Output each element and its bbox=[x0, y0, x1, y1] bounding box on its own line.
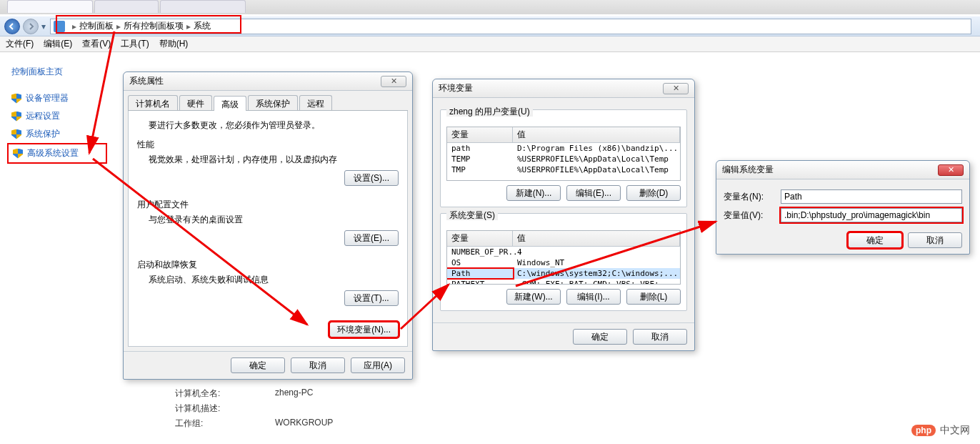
tab-advanced[interactable]: 高级 bbox=[214, 96, 246, 111]
dialog-titlebar: 环境变量 ✕ bbox=[433, 79, 694, 98]
crumb-1[interactable]: 控制面板 bbox=[79, 20, 114, 32]
sidebar-item-advanced[interactable]: 高级系统设置 bbox=[7, 143, 107, 164]
crumb-3[interactable]: 系统 bbox=[194, 20, 211, 32]
cancel-button[interactable]: 取消 bbox=[291, 357, 345, 373]
tab-computer-name[interactable]: 计算机名 bbox=[128, 95, 178, 110]
var-value: %USERPROFILE%\AppData\Local\Temp bbox=[513, 154, 680, 164]
startup-settings-button[interactable]: 设置(T)... bbox=[344, 290, 399, 306]
sidebar-item-remote[interactable]: 远程设置 bbox=[7, 107, 107, 125]
hostname-value: zheng-PC bbox=[275, 388, 313, 400]
profile-desc: 与您登录有关的桌面设置 bbox=[149, 214, 399, 226]
var-value: C:\windows\system32;C:\windows;... bbox=[513, 269, 680, 278]
menu-help[interactable]: 帮助(H) bbox=[159, 38, 189, 50]
sys-vars-group: 系统变量(S) 变量 值 NUMBER_OF_PR...4 OSWindows_… bbox=[440, 213, 687, 311]
apply-button[interactable]: 应用(A) bbox=[351, 357, 405, 373]
startup-desc: 系统启动、系统失败和调试信息 bbox=[149, 274, 399, 286]
sidebar: 控制面板主页 设备管理器 远程设置 系统保护 高级系统设置 bbox=[7, 63, 107, 164]
shield-icon bbox=[13, 149, 23, 159]
sidebar-item-label: 远程设置 bbox=[26, 110, 60, 122]
watermark-badge: php bbox=[911, 425, 936, 436]
menu-file[interactable]: 文件(F) bbox=[6, 38, 34, 50]
cancel-button[interactable]: 取消 bbox=[908, 232, 962, 248]
close-button[interactable]: ✕ bbox=[381, 76, 406, 87]
breadcrumb[interactable]: ▸ 控制面板 ▸ 所有控制面板项 ▸ 系统 bbox=[50, 19, 971, 34]
var-value: %USERPROFILE%\AppData\Local\Temp bbox=[513, 165, 680, 174]
cancel-button[interactable]: 取消 bbox=[633, 329, 687, 345]
shield-icon bbox=[11, 129, 21, 139]
chevron-right-icon: ▸ bbox=[186, 21, 191, 31]
startup-label: 启动和故障恢复 bbox=[137, 259, 399, 271]
col-var[interactable]: 变量 bbox=[447, 127, 513, 142]
col-val[interactable]: 值 bbox=[513, 127, 680, 142]
sidebar-item-label: 高级系统设置 bbox=[27, 147, 79, 159]
perf-settings-button[interactable]: 设置(S)... bbox=[344, 170, 399, 186]
sidebar-title: 控制面板主页 bbox=[7, 63, 107, 81]
chevron-right-icon: ▸ bbox=[116, 21, 121, 31]
env-variables-dialog: 环境变量 ✕ zheng 的用户变量(U) 变量 值 pathD:\Progra… bbox=[432, 79, 695, 351]
shield-icon bbox=[11, 94, 21, 104]
user-vars-list[interactable]: 变量 值 pathD:\Program Files (x86)\bandzip\… bbox=[446, 127, 681, 181]
ok-button[interactable]: 确定 bbox=[573, 329, 627, 345]
tabs: 计算机名 硬件 高级 系统保护 远程 bbox=[128, 95, 408, 111]
back-button[interactable] bbox=[4, 19, 20, 34]
user-vars-group: zheng 的用户变量(U) 变量 值 pathD:\Program Files… bbox=[440, 109, 687, 207]
var-name-input[interactable] bbox=[781, 189, 962, 204]
var-name-label: 变量名(N): bbox=[724, 191, 781, 203]
ok-button[interactable]: 确定 bbox=[848, 232, 902, 248]
var-value-input[interactable] bbox=[781, 208, 962, 222]
ok-button[interactable]: 确定 bbox=[231, 357, 285, 373]
dialog-titlebar: 编辑系统变量 ✕ bbox=[716, 161, 969, 179]
dialog-title: 环境变量 bbox=[439, 82, 473, 94]
sys-vars-title: 系统变量(S) bbox=[446, 210, 498, 220]
col-var[interactable]: 变量 bbox=[447, 231, 513, 246]
user-vars-title: zheng 的用户变量(U) bbox=[446, 107, 533, 117]
new-sys-var-button[interactable]: 新建(W)... bbox=[506, 289, 561, 305]
var-name: NUMBER_OF_PR... bbox=[447, 247, 513, 257]
dialog-footer: 确定 取消 应用(A) bbox=[124, 351, 412, 379]
sidebar-item-protection[interactable]: 系统保护 bbox=[7, 125, 107, 143]
dialog-title: 编辑系统变量 bbox=[722, 164, 774, 176]
edit-user-var-button[interactable]: 编辑(E)... bbox=[566, 185, 621, 201]
var-name: TMP bbox=[447, 165, 513, 174]
menu-tools[interactable]: 工具(T) bbox=[121, 38, 149, 50]
chevron-right-icon: ▸ bbox=[72, 21, 76, 31]
close-button[interactable]: ✕ bbox=[663, 83, 689, 94]
var-name-path: Path bbox=[447, 269, 513, 278]
desc-label: 计算机描述: bbox=[175, 403, 275, 415]
system-properties-dialog: 系统属性 ✕ 计算机名 硬件 高级 系统保护 远程 要进行大多数更改，您必须作为… bbox=[123, 71, 413, 380]
forward-button[interactable] bbox=[23, 19, 39, 34]
sys-vars-list[interactable]: 变量 值 NUMBER_OF_PR...4 OSWindows_NT PathC… bbox=[446, 230, 681, 285]
dialog-footer: 确定 取消 bbox=[433, 322, 694, 350]
menu-edit[interactable]: 编辑(E) bbox=[44, 38, 72, 50]
perf-label: 性能 bbox=[137, 139, 399, 151]
dialog-title: 系统属性 bbox=[129, 75, 164, 87]
sidebar-item-device-manager[interactable]: 设备管理器 bbox=[7, 89, 107, 107]
system-info: 计算机全名:zheng-PC 计算机描述: 工作组:WORKGROUP bbox=[175, 385, 333, 433]
shield-icon bbox=[11, 112, 21, 122]
env-variables-button[interactable]: 环境变量(N)... bbox=[329, 322, 399, 337]
var-name: PATHEXT bbox=[447, 280, 513, 285]
watermark: php 中文网 bbox=[911, 424, 970, 437]
col-val[interactable]: 值 bbox=[513, 231, 680, 246]
new-user-var-button[interactable]: 新建(N)... bbox=[506, 185, 561, 201]
delete-user-var-button[interactable]: 删除(D) bbox=[626, 185, 681, 201]
dropdown-arrow-icon[interactable]: ▾ bbox=[41, 21, 46, 31]
sidebar-item-label: 系统保护 bbox=[26, 128, 60, 140]
profile-settings-button[interactable]: 设置(E)... bbox=[344, 230, 399, 246]
title-bar-tabs bbox=[7, 0, 246, 13]
menu-bar: 文件(F) 编辑(E) 查看(V) 工具(T) 帮助(H) bbox=[0, 36, 980, 52]
var-value: 4 bbox=[513, 247, 680, 257]
tab-protection[interactable]: 系统保护 bbox=[248, 95, 298, 110]
tab-remote[interactable]: 远程 bbox=[299, 95, 332, 110]
delete-sys-var-button[interactable]: 删除(L) bbox=[626, 289, 681, 305]
crumb-2[interactable]: 所有控制面板项 bbox=[124, 20, 184, 32]
tab-hardware[interactable]: 硬件 bbox=[179, 95, 212, 110]
menu-view[interactable]: 查看(V) bbox=[82, 38, 111, 50]
watermark-text: 中文网 bbox=[940, 424, 970, 437]
close-button[interactable]: ✕ bbox=[938, 164, 964, 176]
sidebar-item-label: 设备管理器 bbox=[26, 92, 69, 104]
edit-sys-var-button[interactable]: 编辑(I)... bbox=[566, 289, 621, 305]
dialog-titlebar: 系统属性 ✕ bbox=[124, 72, 412, 91]
workgroup-label: 工作组: bbox=[175, 418, 275, 430]
var-value-label: 变量值(V): bbox=[724, 209, 781, 222]
